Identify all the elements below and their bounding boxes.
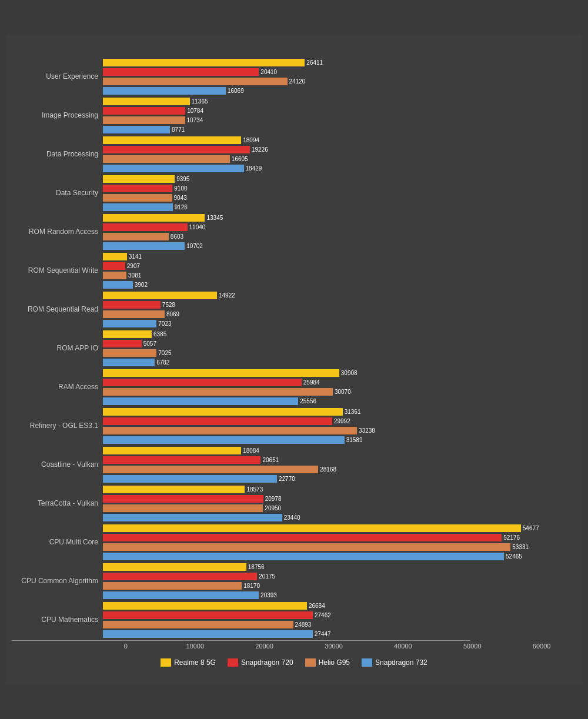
bar-line: 30070 — [103, 387, 576, 396]
bar-value: 6782 — [156, 359, 169, 366]
bar-line: 24120 — [103, 77, 576, 85]
bar-blue — [103, 281, 133, 289]
chart-row: TerraCotta - Vulkan18573209782095023440 — [12, 485, 576, 521]
bar-blue — [103, 553, 504, 560]
bar-blue — [103, 514, 282, 521]
bar-line: 11040 — [103, 223, 576, 231]
bar-red — [103, 611, 313, 619]
bar-value: 27447 — [315, 631, 331, 637]
bar-line: 8069 — [103, 310, 576, 318]
row-label: ROM APP IO — [12, 344, 103, 352]
bar-orange — [103, 155, 230, 163]
bar-value: 31361 — [345, 409, 361, 415]
bar-blue — [103, 397, 298, 405]
bar-value: 5057 — [143, 340, 156, 347]
bar-blue — [103, 165, 244, 172]
bar-line: 26411 — [103, 58, 576, 66]
bar-blue — [103, 436, 345, 444]
bar-red — [103, 146, 250, 153]
x-tick: 60000 — [507, 643, 576, 650]
bar-line: 24893 — [103, 620, 576, 628]
bar-value: 9395 — [176, 176, 189, 182]
row-label: ROM Sequential Write — [12, 266, 103, 275]
bar-value: 18573 — [246, 486, 263, 493]
bar-line: 28168 — [103, 465, 576, 473]
chart-container: User Experience26411204102412016069Image… — [6, 35, 582, 684]
chart-row: ROM APP IO6385505770256782 — [12, 330, 576, 366]
bar-red — [103, 534, 502, 541]
bars-group: 3141290730813902 — [103, 252, 576, 289]
bar-line: 18429 — [103, 164, 576, 172]
bar-line: 7025 — [103, 349, 576, 357]
legend-label: Snapdragon 732 — [375, 658, 427, 667]
bar-value: 9043 — [174, 195, 187, 201]
bar-line: 25984 — [103, 378, 576, 386]
bar-value: 6385 — [153, 331, 166, 337]
legend-label: Helio G95 — [319, 658, 350, 667]
bar-value: 3902 — [135, 282, 148, 288]
bars-group: 26411204102412016069 — [103, 58, 576, 95]
bar-line: 3902 — [103, 280, 576, 289]
bar-value: 53331 — [512, 544, 529, 550]
bar-blue — [103, 630, 313, 638]
bar-blue — [103, 359, 155, 366]
bar-line: 20410 — [103, 68, 576, 76]
bar-orange — [103, 116, 185, 124]
bar-orange — [103, 582, 242, 590]
bar-yellow — [103, 253, 127, 260]
bar-value: 18429 — [246, 165, 262, 172]
bar-line: 20651 — [103, 456, 576, 464]
bar-value: 29992 — [334, 418, 350, 424]
bar-value: 20175 — [259, 573, 275, 580]
bar-line: 20393 — [103, 591, 576, 599]
bar-value: 7528 — [162, 302, 175, 308]
bar-line: 6782 — [103, 358, 576, 366]
bar-red — [103, 573, 257, 580]
bar-red — [103, 495, 263, 503]
bar-line: 22770 — [103, 474, 576, 483]
bar-value: 11365 — [192, 98, 208, 105]
bar-value: 7025 — [158, 350, 171, 356]
bar-value: 30908 — [341, 370, 358, 376]
chart-row: CPU Common Algorithm18756201751817020393 — [12, 563, 576, 599]
bar-yellow — [103, 369, 339, 377]
bar-orange — [103, 194, 172, 202]
bar-value: 27462 — [315, 612, 331, 618]
legend-swatch — [228, 658, 238, 667]
row-label: CPU Multi Core — [12, 538, 103, 546]
bar-red — [103, 456, 260, 464]
x-tick: 0 — [91, 643, 161, 650]
chart-row: Coastline - Vulkan18084206512816822770 — [12, 446, 576, 483]
bar-blue — [103, 320, 156, 327]
bar-line: 20978 — [103, 494, 576, 503]
bar-yellow — [103, 408, 343, 416]
bar-line: 3081 — [103, 271, 576, 279]
bar-line: 11365 — [103, 97, 576, 105]
bar-line: 54677 — [103, 524, 576, 532]
row-label: CPU Common Algorithm — [12, 577, 103, 585]
row-label: ROM Sequential Read — [12, 305, 103, 313]
bar-value: 8603 — [171, 233, 183, 240]
bar-value: 8771 — [172, 126, 185, 133]
chart-rows: User Experience26411204102412016069Image… — [12, 58, 576, 638]
bar-line: 10734 — [103, 116, 576, 124]
bars-group: 6385505770256782 — [103, 330, 576, 366]
x-tick: 20000 — [230, 643, 299, 650]
row-label: Data Security — [12, 189, 103, 197]
bar-value: 18170 — [243, 583, 260, 589]
bar-value: 25556 — [300, 398, 316, 404]
bar-value: 18084 — [243, 447, 259, 454]
bar-line: 9043 — [103, 193, 576, 202]
bar-orange — [103, 388, 333, 396]
bar-red — [103, 417, 332, 425]
bar-yellow — [103, 447, 241, 454]
bar-red — [103, 340, 142, 347]
bar-value: 18756 — [248, 564, 265, 570]
bar-value: 24893 — [295, 621, 312, 628]
bar-yellow — [103, 59, 305, 66]
bars-group: 31361299923323831589 — [103, 407, 576, 444]
bar-yellow — [103, 486, 245, 493]
legend-item: Snapdragon 732 — [362, 658, 427, 667]
bar-red — [103, 223, 188, 231]
bar-orange — [103, 233, 169, 240]
